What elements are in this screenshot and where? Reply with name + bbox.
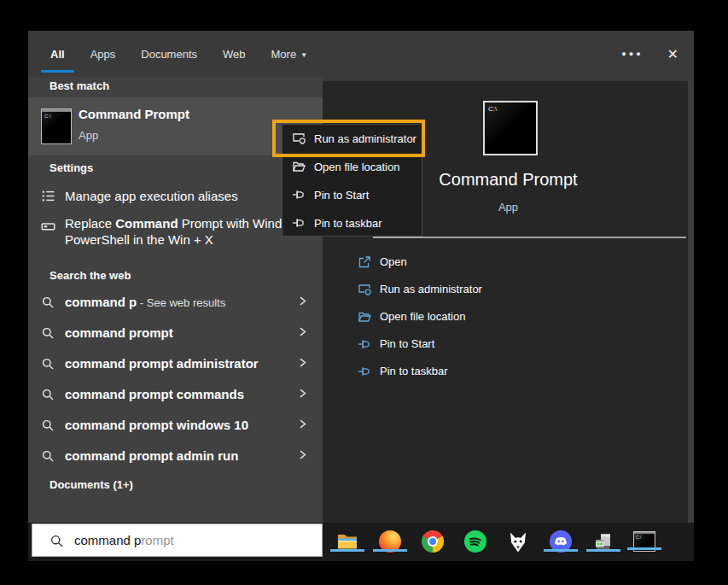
- chevron-right-icon[interactable]: [297, 418, 308, 430]
- action-open-file-location[interactable]: Open file location: [323, 303, 694, 331]
- filter-tabs: All Apps Documents Web More▼: [49, 48, 309, 61]
- taskbar: command prompt: [28, 523, 694, 561]
- pin-icon: [292, 188, 306, 202]
- command-prompt-icon-large: C:\: [483, 101, 538, 155]
- highlight-annotation-box: [272, 120, 425, 157]
- tab-web-label: Web: [223, 48, 246, 61]
- active-indicator: [586, 549, 620, 552]
- section-best-match: Best match: [50, 79, 109, 92]
- autocomplete-text: rompt: [141, 533, 173, 547]
- web-suggestion[interactable]: command prompt commands: [28, 379, 323, 410]
- chevron-right-icon[interactable]: [297, 388, 308, 399]
- active-indicator: [544, 549, 578, 552]
- desktop: All Apps Documents Web More▼ ●●● ✕ Best …: [0, 0, 728, 585]
- best-match-app-type: App: [79, 129, 98, 142]
- settings-item-label: Manage app execution aliases: [65, 181, 238, 212]
- start-search-flyout: All Apps Documents Web More▼ ●●● ✕ Best …: [28, 31, 694, 561]
- web-suggestion[interactable]: command prompt: [28, 318, 323, 348]
- pin-icon: [358, 365, 371, 378]
- search-icon: [41, 295, 55, 310]
- tab-web[interactable]: Web: [221, 48, 248, 61]
- tab-apps[interactable]: Apps: [89, 48, 118, 61]
- taskbar-command-prompt-icon[interactable]: C:\: [633, 531, 655, 552]
- action-pin-to-taskbar[interactable]: Pin to taskbar: [323, 358, 694, 385]
- taskbar-chrome-icon[interactable]: [422, 530, 444, 553]
- header-controls: ●●● ✕: [621, 46, 678, 62]
- scrollbar-track[interactable]: [688, 81, 694, 523]
- tab-all[interactable]: All: [49, 48, 67, 61]
- search-icon: [41, 357, 55, 371]
- taskbar-spotify-icon[interactable]: [464, 530, 486, 553]
- taskbar-rect-icon: [41, 219, 55, 234]
- pin-icon: [292, 216, 306, 230]
- cmd-icon-label: C:\: [44, 114, 51, 119]
- taskbar-foobar2000-icon[interactable]: [507, 530, 529, 553]
- web-suggestion[interactable]: command prompt admin run: [28, 441, 323, 471]
- action-run-as-admin[interactable]: Run as administrator: [323, 276, 694, 303]
- tab-more[interactable]: More▼: [270, 48, 310, 61]
- best-match-app-name: Command Prompt: [79, 107, 189, 121]
- action-open[interactable]: Open: [323, 249, 694, 276]
- tab-all-label: All: [50, 48, 65, 61]
- search-icon: [41, 326, 55, 341]
- typed-text: command p: [74, 533, 141, 547]
- search-input[interactable]: command prompt: [32, 524, 323, 557]
- open-icon: [358, 255, 371, 269]
- close-icon[interactable]: ✕: [667, 46, 678, 62]
- action-label: Open file location: [380, 303, 465, 331]
- menu-item-label: Pin to taskbar: [314, 209, 382, 237]
- action-label: Run as administrator: [380, 276, 482, 303]
- search-icon: [50, 534, 64, 548]
- section-documents[interactable]: Documents (1+): [50, 478, 133, 491]
- action-label: Open: [380, 249, 407, 276]
- command-prompt-icon: C:\: [41, 108, 72, 144]
- taskbar-file-explorer-icon[interactable]: [336, 530, 358, 553]
- suggestion-query: command p: [65, 295, 137, 309]
- action-pin-to-start[interactable]: Pin to Start: [323, 331, 694, 358]
- chevron-right-icon[interactable]: [297, 326, 308, 337]
- search-filter-bar: All Apps Documents Web More▼ ●●● ✕: [28, 31, 694, 77]
- suggestion-suffix: - See web results: [137, 296, 225, 309]
- web-suggestion[interactable]: command prompt administrator: [28, 348, 323, 379]
- active-indicator: [373, 549, 407, 552]
- open-file-location-icon: [358, 310, 371, 324]
- web-suggestion[interactable]: command prompt windows 10: [28, 410, 323, 441]
- taskbar-discord-icon[interactable]: [550, 530, 572, 553]
- search-icon: [41, 449, 55, 464]
- action-label: Pin to taskbar: [380, 358, 448, 385]
- web-suggestion[interactable]: command p - See web results: [28, 287, 323, 318]
- active-indicator: [627, 547, 661, 550]
- tab-documents[interactable]: Documents: [139, 48, 199, 61]
- search-icon: [41, 418, 55, 433]
- tab-apps-label: Apps: [90, 48, 116, 61]
- cmd-icon-label: C:\: [488, 105, 497, 113]
- taskbar-firefox-icon[interactable]: [379, 530, 401, 553]
- chevron-down-icon: ▼: [300, 51, 307, 59]
- context-menu-pin-to-taskbar[interactable]: Pin to taskbar: [282, 209, 422, 237]
- settings-item-aliases[interactable]: Manage app execution aliases: [28, 181, 323, 212]
- active-indicator: [330, 549, 364, 552]
- context-menu-pin-to-start[interactable]: Pin to Start: [282, 181, 422, 209]
- section-search-the-web: Search the web: [50, 269, 131, 282]
- search-icon: [41, 388, 55, 402]
- chevron-right-icon[interactable]: [297, 295, 308, 307]
- suggestion-text: command p - See web results: [65, 287, 225, 319]
- suggestion-text: command prompt administrator: [65, 348, 259, 379]
- action-label: Pin to Start: [380, 331, 434, 358]
- open-file-location-icon: [292, 160, 306, 173]
- cmd-icon-label: C:\: [636, 535, 641, 540]
- label-part: Replace: [65, 216, 115, 231]
- chevron-right-icon[interactable]: [297, 449, 308, 460]
- active-tab-indicator: [41, 70, 74, 73]
- suggestion-text: command prompt: [65, 318, 173, 348]
- settings-item-label: Replace Command Prompt with Windows Powe…: [65, 215, 314, 248]
- suggestion-text: command prompt commands: [65, 379, 244, 410]
- list-icon: [41, 189, 55, 203]
- label-part-bold: Command: [115, 216, 178, 231]
- chevron-right-icon[interactable]: [297, 357, 308, 368]
- settings-item-replace-cmd[interactable]: Replace Command Prompt with Windows Powe…: [28, 214, 323, 265]
- section-settings: Settings: [50, 161, 93, 174]
- menu-item-label: Pin to Start: [314, 181, 369, 209]
- taskbar-hardware-utility-icon[interactable]: [592, 530, 614, 553]
- more-options-icon[interactable]: ●●●: [621, 50, 643, 58]
